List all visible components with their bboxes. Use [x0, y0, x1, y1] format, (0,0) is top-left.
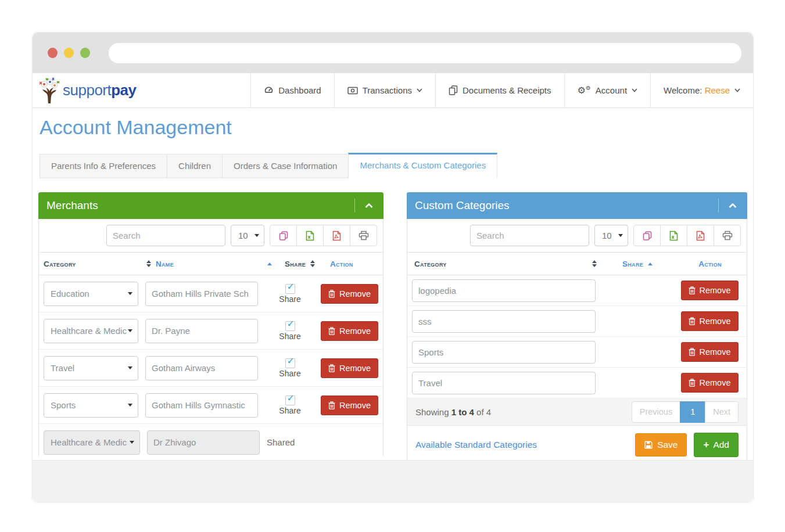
merchant-name-input[interactable] — [145, 282, 258, 306]
categories-page-size-select[interactable]: 10 — [594, 225, 628, 246]
merchant-category-select[interactable]: Travel — [44, 356, 138, 380]
tab-merchants-custom-categories[interactable]: Merchants & Custom Categories — [348, 153, 497, 178]
merchants-table-header: Category Name Share Action — [39, 252, 383, 275]
nav-item-documents-receipts[interactable]: Documents & Receipts — [435, 73, 564, 107]
chevron-down-icon — [734, 88, 740, 92]
remove-category-button[interactable]: Remove — [681, 342, 739, 362]
merchant-name-input-disabled — [147, 430, 260, 455]
merchants-export-group: x — [270, 225, 377, 246]
categories-search-input[interactable] — [470, 225, 589, 246]
pagination-page-1-button[interactable]: 1 — [680, 401, 705, 423]
minimize-window-button[interactable] — [64, 48, 74, 58]
copy-export-button[interactable] — [633, 225, 661, 246]
category-name-input[interactable] — [412, 372, 596, 394]
pagination-previous-button[interactable]: Previous — [632, 401, 680, 423]
merchants-search-input[interactable] — [106, 225, 225, 246]
categories-collapse-button[interactable] — [726, 199, 739, 212]
maximize-window-button[interactable] — [80, 48, 90, 58]
divider — [718, 199, 719, 213]
share-checkbox-checked[interactable]: ✓ — [285, 284, 295, 294]
remove-category-button[interactable]: Remove — [681, 373, 739, 393]
copy-export-button[interactable] — [270, 225, 297, 246]
merchants-sort-name[interactable]: Name — [151, 260, 272, 268]
available-standard-categories-link[interactable]: Available Standard Categories — [415, 440, 537, 450]
save-button[interactable]: Save — [635, 433, 687, 456]
transactions-money-icon — [347, 87, 358, 95]
merchants-page-size-select[interactable]: 10 — [231, 225, 264, 246]
printer-icon — [359, 231, 369, 240]
merchant-name-input[interactable] — [145, 356, 258, 380]
documents-icon — [449, 85, 458, 95]
close-window-button[interactable] — [48, 48, 58, 58]
categories-sort-category[interactable]: Category — [412, 260, 597, 268]
sort-icon — [310, 260, 315, 267]
save-floppy-icon — [644, 441, 653, 449]
chevron-down-icon — [128, 366, 132, 369]
merchant-name-input[interactable] — [145, 319, 258, 343]
nav-item-dashboard[interactable]: Dashboard — [250, 73, 334, 107]
merchant-category-select[interactable]: Sports — [44, 393, 138, 418]
excel-export-button[interactable]: x — [296, 225, 324, 246]
share-checkbox-checked[interactable]: ✓ — [285, 358, 295, 368]
category-name-input[interactable] — [412, 279, 596, 302]
share-label: Share — [279, 332, 300, 341]
merchants-sort-share[interactable]: Share — [272, 260, 328, 268]
pdf-export-button[interactable] — [687, 225, 714, 246]
user-name: Reese — [705, 85, 730, 95]
share-checkbox-checked[interactable]: ✓ — [285, 396, 295, 405]
merchants-column-action: Action — [328, 260, 378, 268]
url-bar[interactable] — [109, 43, 741, 63]
nav-item-label: Account — [596, 85, 627, 95]
remove-merchant-button[interactable]: Remove — [321, 284, 378, 304]
category-row: Remove — [407, 306, 747, 337]
share-label: Share — [279, 369, 300, 378]
pdf-export-button[interactable] — [323, 225, 350, 246]
categories-panel-body: 10 — [407, 219, 747, 460]
remove-merchant-button[interactable]: Remove — [321, 321, 378, 341]
merchant-share-cell: ✓ Share — [263, 284, 317, 304]
merchants-panel: Merchants 10 — [38, 192, 383, 457]
nav-item-transactions[interactable]: Transactions — [334, 73, 435, 107]
merchant-category-select[interactable]: Education — [44, 282, 138, 306]
category-name-input[interactable] — [412, 310, 596, 333]
add-button[interactable]: + Add — [694, 433, 739, 457]
trash-icon — [328, 364, 335, 372]
pagination-next-button[interactable]: Next — [705, 401, 739, 423]
copy-icon — [642, 231, 653, 241]
tab-orders-case-information[interactable]: Orders & Case Information — [222, 154, 349, 178]
categories-sort-share[interactable]: Share — [597, 260, 678, 268]
nav-item-account[interactable]: ⚙⚙ Account — [564, 73, 651, 107]
categories-table-header: Category Share Action — [407, 252, 747, 275]
tab-parents-info-preferences[interactable]: Parents Info & Preferences — [40, 154, 167, 178]
custom-categories-panel: Custom Categories 10 — [407, 192, 747, 457]
welcome-label: Welcome: Reese — [664, 85, 730, 95]
logo[interactable]: supportpay — [33, 73, 148, 107]
tab-children[interactable]: Children — [167, 154, 223, 178]
category-row: Remove — [407, 368, 747, 398]
share-checkbox-checked[interactable]: ✓ — [285, 321, 295, 331]
print-button[interactable] — [714, 225, 741, 246]
category-name-input[interactable] — [412, 341, 596, 364]
merchant-category-select-disabled: Healthcare & Medic — [44, 430, 140, 455]
merchant-row: Sports ✓ Share — [39, 387, 383, 424]
sort-icon — [146, 260, 151, 267]
share-label: Share — [279, 406, 300, 415]
chevron-up-icon — [729, 203, 737, 209]
remove-category-button[interactable]: Remove — [681, 281, 739, 300]
print-button[interactable] — [350, 225, 377, 246]
remove-category-button[interactable]: Remove — [681, 311, 739, 331]
nav-item-welcome-user[interactable]: Welcome: Reese — [650, 73, 753, 107]
chevron-down-icon — [417, 88, 422, 92]
merchant-category-select[interactable]: Healthcare & Medic — [44, 319, 138, 343]
browser-window: supportpay Dashboard Transactions — [32, 32, 754, 502]
remove-merchant-button[interactable]: Remove — [321, 396, 378, 415]
merchants-sort-category[interactable]: Category — [44, 260, 151, 268]
merchants-collapse-button[interactable] — [363, 199, 375, 212]
chevron-up-icon — [365, 203, 373, 209]
merchant-name-input[interactable] — [145, 393, 258, 418]
categories-panel-title: Custom Categories — [415, 199, 510, 212]
remove-merchant-button[interactable]: Remove — [321, 358, 378, 378]
excel-export-button[interactable]: x — [660, 225, 687, 246]
excel-file-icon: x — [669, 231, 679, 241]
page-size-value: 10 — [238, 231, 248, 240]
